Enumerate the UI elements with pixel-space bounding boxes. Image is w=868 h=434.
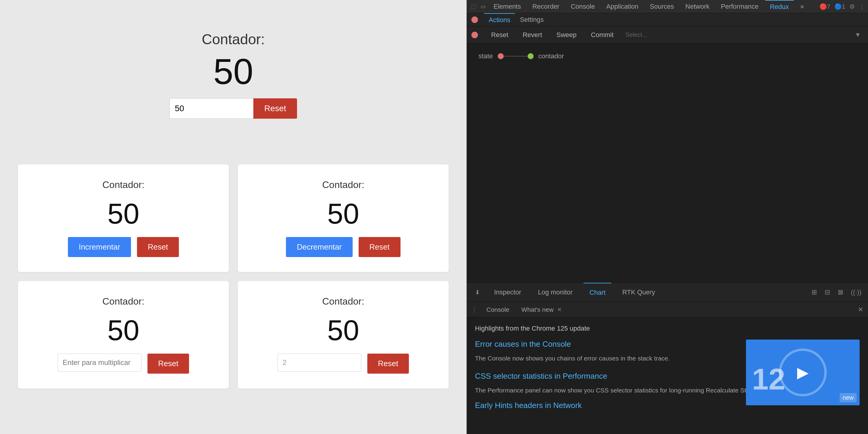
devtools-panel: ⬚ ▭ Elements Recorder Console Applicatio… — [467, 0, 868, 434]
download-icon[interactable]: ⬇ — [471, 286, 483, 298]
select-area[interactable]: Select... — [621, 27, 852, 43]
card3-count: 50 — [107, 316, 140, 345]
badge-1: 🔵1 — [835, 3, 845, 10]
card2-reset-button[interactable]: Reset — [359, 237, 401, 257]
card2-count: 50 — [327, 199, 359, 228]
badge-7: 🔴7 — [819, 3, 830, 10]
card-incrementar: Contador: 50 Incrementar Reset — [18, 164, 229, 272]
redux-action-toolbar: Reset Revert Sweep Commit Select... ▼ — [467, 27, 868, 43]
card2-btn-row: Decrementar Reset — [286, 237, 400, 257]
card1-reset-button[interactable]: Reset — [137, 237, 179, 257]
tab-network[interactable]: Network — [680, 0, 714, 13]
update-section: Error causes in the Console The Console … — [475, 339, 860, 395]
top-counter-value: 50 — [213, 54, 253, 89]
commit-button[interactable]: Commit — [584, 27, 621, 43]
redux-bottom-toolbar: ⬇ Inspector Log monitor Chart RTK Query … — [467, 282, 868, 302]
more-icon[interactable]: ⋮ — [859, 3, 865, 10]
card3-label: Contador: — [102, 296, 145, 307]
thumbnail-number: 12 — [752, 362, 785, 396]
app-panel: Contador: 50 Reset Contador: 50 Incremen… — [0, 0, 467, 434]
redux-graph-area: state contador — [467, 43, 868, 282]
tab-redux[interactable]: Redux — [765, 0, 794, 13]
whats-new-close-icon[interactable]: ✕ — [557, 306, 562, 313]
settings-icon[interactable]: ⚙ — [849, 3, 855, 10]
top-reset-button[interactable]: Reset — [253, 98, 297, 119]
card2-label: Contador: — [322, 179, 364, 190]
collapse-btn[interactable]: ▼ — [852, 30, 863, 40]
card4-btn-row: Reset — [278, 354, 409, 374]
state-label: state — [478, 52, 493, 60]
card3-btn-row: Reset — [58, 354, 189, 374]
device-icon[interactable]: ▭ — [479, 3, 487, 10]
console-content: Highlights from the Chrome 125 update Er… — [467, 318, 868, 434]
card1-label: Contador: — [102, 179, 145, 190]
redux-status-dot — [471, 16, 478, 23]
value-input[interactable] — [278, 354, 361, 371]
top-counter-input[interactable] — [169, 98, 253, 119]
card4-count: 50 — [327, 316, 359, 345]
state-line — [504, 56, 528, 57]
card-value-input: Contador: 50 Reset — [238, 281, 448, 389]
card4-label: Contador: — [322, 296, 364, 307]
tab-console[interactable]: Console — [566, 0, 600, 13]
state-dot-pink — [498, 53, 504, 59]
grid-icon-1[interactable]: ⊞ — [810, 287, 819, 298]
devtools-top-icons: 🔴7 🔵1 ⚙ ⋮ — [819, 3, 865, 10]
inspect-icon[interactable]: ⬚ — [470, 3, 477, 10]
tab-application[interactable]: Application — [601, 0, 643, 13]
console-menu-icon[interactable]: ⋮ — [471, 306, 477, 313]
thumbnail-circle: ▶ — [779, 348, 827, 396]
play-icon[interactable]: ▶ — [797, 364, 808, 381]
tab-elements[interactable]: Elements — [489, 0, 526, 13]
console-area: ⋮ Console What's new ✕ ✕ Highlights from… — [467, 302, 868, 434]
tab-actions[interactable]: Actions — [484, 13, 515, 26]
card-multiplicar: Contador: 50 Reset — [18, 281, 229, 389]
redux-dot — [471, 32, 478, 38]
tab-more[interactable]: » — [796, 0, 809, 13]
incrementar-button[interactable]: Incrementar — [68, 237, 131, 257]
console-tab-button[interactable]: Console — [480, 302, 515, 318]
tab-chart[interactable]: Chart — [584, 283, 612, 302]
card1-count: 50 — [107, 199, 140, 228]
state-dot-green — [528, 53, 534, 59]
card1-btn-row: Incrementar Reset — [68, 237, 179, 257]
reset-button[interactable]: Reset — [484, 27, 515, 43]
card3-reset-button[interactable]: Reset — [148, 354, 189, 374]
state-graph: state contador — [478, 52, 856, 60]
revert-button[interactable]: Revert — [515, 27, 549, 43]
redux-subtabs: Actions Settings — [467, 13, 868, 27]
cards-section: Contador: 50 Incrementar Reset Contador:… — [0, 156, 467, 398]
top-input-row: Reset — [169, 98, 297, 119]
tab-inspector[interactable]: Inspector — [488, 283, 527, 302]
whats-new-tab-button[interactable]: What's new ✕ — [515, 302, 568, 318]
top-counter-section: Contador: 50 Reset — [0, 0, 467, 156]
card-decrementar: Contador: 50 Decrementar Reset — [238, 164, 448, 272]
decrementar-button[interactable]: Decrementar — [286, 237, 352, 257]
select-placeholder: Select... — [625, 31, 647, 38]
thumbnail-new-badge: new — [840, 393, 857, 402]
contador-label: contador — [538, 52, 564, 60]
thumbnail-area: 12 ▶ new — [746, 339, 860, 405]
tab-recorder[interactable]: Recorder — [528, 0, 564, 13]
tab-settings[interactable]: Settings — [515, 13, 549, 26]
tab-performance[interactable]: Performance — [716, 0, 763, 13]
console-tabs-bar: ⋮ Console What's new ✕ ✕ — [467, 302, 868, 318]
top-counter-label: Contador: — [202, 31, 265, 47]
multiplicar-input[interactable] — [58, 354, 142, 371]
tab-log-monitor[interactable]: Log monitor — [532, 283, 579, 302]
grid-icon-2[interactable]: ⊟ — [823, 287, 832, 298]
card4-reset-button[interactable]: Reset — [367, 354, 409, 374]
close-all-icon[interactable]: ✕ — [858, 306, 863, 313]
tab-rtk-query[interactable]: RTK Query — [616, 283, 661, 302]
tab-sources[interactable]: Sources — [645, 0, 679, 13]
highlights-title: Highlights from the Chrome 125 update — [475, 325, 860, 332]
sweep-button[interactable]: Sweep — [549, 27, 584, 43]
bottom-right-icons: ⊞ ⊟ ⊠ ((·)) — [810, 287, 863, 298]
wifi-icon[interactable]: ((·)) — [849, 287, 863, 298]
grid-icon-3[interactable]: ⊠ — [836, 287, 845, 298]
devtools-topbar: ⬚ ▭ Elements Recorder Console Applicatio… — [467, 0, 868, 13]
